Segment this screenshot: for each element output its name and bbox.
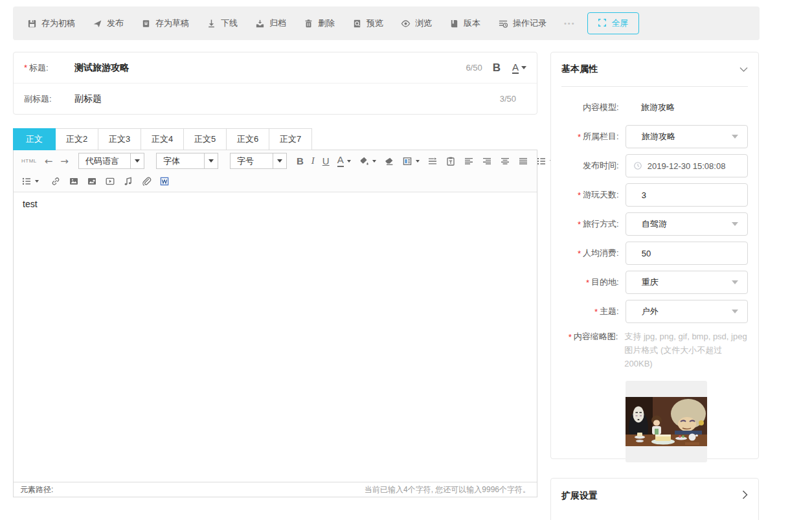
publish-button[interactable]: 发布 [93,17,124,29]
basic-properties-header[interactable]: 基本属性 [561,52,748,87]
unordered-list-button[interactable] [17,176,43,187]
travel-mode-label: * 旅行方式: [561,218,626,230]
music-note-icon [123,176,133,187]
align-justify-icon [518,156,528,166]
top-toolbar: 存为初稿 发布 存为草稿 下线 归档 删除 预览 浏览 版本 操作记录 ••• … [13,6,760,40]
preview-button[interactable]: 预览 [352,17,383,29]
title-color-button[interactable]: A [512,62,526,74]
insert-multi-image-button[interactable] [83,176,101,187]
chevron-right-icon[interactable] [742,490,748,502]
required-asterisk: * [24,63,27,73]
tab-body-4[interactable]: 正文4 [141,128,184,150]
align-right-icon [482,156,492,166]
more-actions-button[interactable]: ••• [564,19,576,27]
redo-icon[interactable]: → [56,155,73,167]
archive-button[interactable]: 归档 [255,17,286,29]
font-size-select[interactable]: 字号 [230,153,287,169]
chevron-down-icon [521,66,526,69]
version-button[interactable]: 版本 [449,17,480,29]
subtitle-input[interactable]: 副标题 [74,93,500,105]
undo-icon[interactable]: ← [41,155,57,167]
insert-audio-button[interactable] [119,176,137,187]
import-word-button[interactable] [155,176,174,187]
history-icon [498,19,508,28]
insert-template-button[interactable] [398,156,423,166]
delete-button[interactable]: 删除 [304,17,335,29]
category-select[interactable]: 旅游攻略 [626,125,748,148]
align-left-icon [464,156,474,166]
theme-select[interactable]: 户外 [626,300,748,323]
tab-body-2[interactable]: 正文2 [56,128,98,150]
insert-image-button[interactable] [65,176,83,187]
font-family-select[interactable]: 字体 [156,153,218,169]
browse-icon [401,19,411,28]
operation-log-button[interactable]: 操作记录 [498,17,547,29]
remove-format-button[interactable] [380,156,398,166]
travel-days-label: * 游玩天数: [561,189,626,201]
title-input[interactable]: 测试旅游攻略 [74,62,466,74]
chevron-down-icon [732,135,738,139]
tab-body-5[interactable]: 正文5 [184,128,227,150]
chevron-down-icon [35,180,39,183]
title-bold-button[interactable]: B [493,62,501,74]
html-source-button[interactable]: HTML [17,158,41,164]
browse-button[interactable]: 浏览 [401,17,432,29]
extended-settings-header[interactable]: 扩展设置 [561,479,748,513]
paste-button[interactable] [442,156,460,166]
basic-properties-panel: 基本属性 内容模型: 旅游攻略 * 所属栏目: 旅游攻略 发布时间: [550,52,759,459]
chevron-down-icon [732,222,738,226]
image-icon [69,176,79,187]
background-color-button[interactable] [355,156,380,166]
destination-select[interactable]: 重庆 [626,271,748,294]
ordered-list-icon [536,156,547,166]
save-draft-button[interactable]: 存为草稿 [141,17,189,29]
cost-per-person-row: * 人均消费: 50 [561,242,748,265]
align-right-button[interactable] [478,156,496,166]
content-model-row: 内容模型: 旅游攻略 [561,96,748,119]
publish-time-input[interactable]: 2019-12-30 15:08:08 [626,154,748,177]
category-label: * 所属栏目: [561,131,626,142]
travel-days-input[interactable]: 3 [626,183,748,207]
multi-image-icon [87,176,97,187]
draft-icon [141,19,151,28]
offline-button[interactable]: 下线 [207,17,238,29]
tab-body-1[interactable]: 正文 [13,128,56,150]
fullscreen-icon [598,18,607,29]
chevron-down-icon [204,153,218,168]
travel-days-row: * 游玩天数: 3 [561,183,748,207]
element-path-label: 元素路径: [20,484,53,495]
code-language-select[interactable]: 代码语言 [78,153,144,169]
underline-button[interactable]: U [319,155,333,166]
tab-body-7[interactable]: 正文7 [269,128,312,150]
align-center-button[interactable] [496,156,514,166]
thumbnail-upload-box[interactable] [626,381,707,462]
theme-label: * 主题: [561,306,626,317]
insert-link-button[interactable] [47,176,65,187]
title-label: * 标题: [24,62,74,74]
indent-button[interactable] [423,156,442,166]
fullscreen-button[interactable]: 全屏 [587,12,639,34]
travel-mode-select[interactable]: 自驾游 [626,212,748,236]
chevron-down-icon[interactable] [739,63,748,75]
align-justify-button[interactable] [514,156,532,166]
word-doc-icon [159,176,170,187]
chevron-down-icon [732,280,738,284]
italic-button[interactable]: I [308,155,319,166]
insert-video-button[interactable] [101,176,119,187]
save-first-draft-button[interactable]: 存为初稿 [27,17,75,29]
tab-body-6[interactable]: 正文6 [227,128,269,150]
font-color-button[interactable]: A [333,155,355,167]
insert-attachment-button[interactable] [137,176,155,187]
basic-properties-fields: 内容模型: 旅游攻略 * 所属栏目: 旅游攻略 发布时间: 2019-12-30… [561,87,748,462]
cost-per-person-input[interactable]: 50 [626,242,748,265]
thumbnail-image [626,397,707,446]
thumbnail-label: * 内容缩略图: [561,330,624,343]
paperclip-icon [141,176,152,187]
panel-title: 基本属性 [561,63,598,75]
editor-content-area[interactable]: test [14,192,537,483]
editor-status-bar: 元素路径: 当前已输入4个字符, 您还可以输入9996个字符。 [14,482,537,497]
tab-body-3[interactable]: 正文3 [98,128,141,150]
bold-button[interactable]: B [293,155,308,166]
content-tabs: 正文 正文2 正文3 正文4 正文5 正文6 正文7 [13,128,312,150]
align-left-button[interactable] [460,156,478,166]
